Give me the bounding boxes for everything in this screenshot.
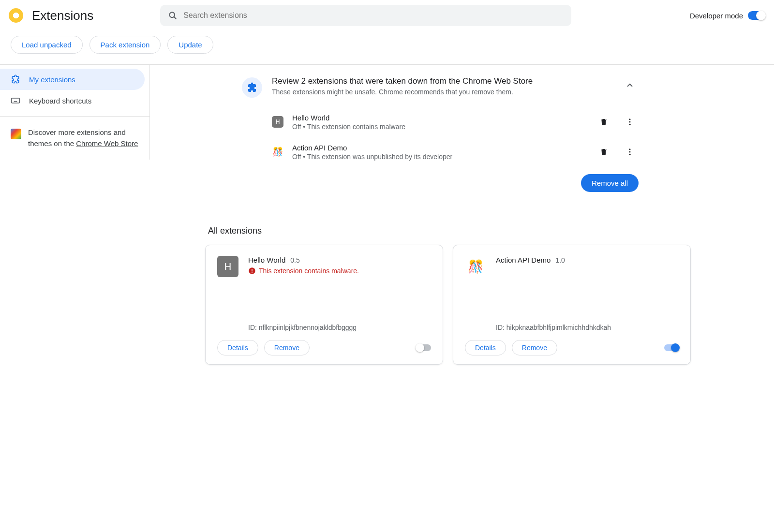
extension-card-icon: 🎊 bbox=[465, 256, 486, 277]
extension-card-warning: This extension contains malware. bbox=[259, 267, 359, 275]
more-vert-icon bbox=[625, 148, 634, 156]
extension-card-id: ID: hikpknaabfbhlfjpimlkmichhdhkdkah bbox=[465, 304, 679, 331]
svg-point-13 bbox=[629, 154, 631, 155]
more-menu-button[interactable] bbox=[621, 113, 639, 131]
extension-card-icon: H bbox=[217, 256, 238, 277]
remove-all-button[interactable]: Remove all bbox=[581, 174, 639, 192]
extension-card-name: Hello World bbox=[248, 256, 285, 264]
svg-rect-16 bbox=[252, 272, 252, 273]
error-icon bbox=[248, 267, 256, 275]
svg-rect-2 bbox=[12, 98, 20, 103]
extension-card-id: ID: nflknpiinlpjkfbnennojakldbfbgggg bbox=[217, 304, 431, 331]
pack-extension-button[interactable]: Pack extension bbox=[89, 36, 161, 54]
sidebar-item-label: My extensions bbox=[29, 75, 75, 84]
review-item-name: Action API Demo bbox=[292, 144, 586, 152]
page-title: Extensions bbox=[32, 8, 93, 23]
details-button[interactable]: Details bbox=[217, 340, 258, 355]
review-item-status: Off • This extension was unpublished by … bbox=[292, 153, 586, 161]
sidebar-item-label: Keyboard shortcuts bbox=[29, 97, 91, 105]
svg-point-12 bbox=[629, 151, 631, 153]
review-panel-icon-badge bbox=[242, 77, 262, 98]
extension-card: H Hello World 0.5 This extension contain… bbox=[205, 245, 443, 365]
more-vert-icon bbox=[625, 118, 634, 126]
all-extensions-heading: All extensions bbox=[169, 226, 711, 236]
search-icon bbox=[168, 11, 178, 20]
svg-point-9 bbox=[629, 121, 631, 123]
svg-point-8 bbox=[629, 118, 631, 120]
keyboard-icon bbox=[11, 96, 20, 105]
delete-button[interactable] bbox=[595, 143, 612, 161]
puzzle-icon bbox=[246, 82, 258, 93]
review-list-item: H Hello World Off • This extension conta… bbox=[272, 110, 639, 140]
review-item-status: Off • This extension contains malware bbox=[292, 123, 586, 131]
extension-card-name: Action API Demo bbox=[496, 256, 551, 264]
extension-enable-toggle[interactable] bbox=[664, 344, 679, 351]
extension-icon-actionapidemo: 🎊 bbox=[272, 146, 283, 158]
sidebar-item-keyboard-shortcuts[interactable]: Keyboard shortcuts bbox=[0, 90, 145, 111]
remove-button[interactable]: Remove bbox=[512, 340, 557, 355]
search-input[interactable] bbox=[183, 11, 564, 20]
chrome-web-store-link[interactable]: Chrome Web Store bbox=[76, 139, 138, 148]
svg-point-11 bbox=[629, 148, 631, 150]
more-menu-button[interactable] bbox=[621, 143, 639, 161]
extension-card-version: 0.5 bbox=[290, 256, 299, 264]
search-field-wrap[interactable] bbox=[160, 5, 571, 26]
remove-button[interactable]: Remove bbox=[264, 340, 310, 355]
review-list-item: 🎊 Action API Demo Off • This extension w… bbox=[272, 140, 639, 170]
review-panel-subtitle: These extensions might be unsafe. Chrome… bbox=[272, 88, 611, 96]
svg-rect-15 bbox=[252, 269, 252, 271]
delete-button[interactable] bbox=[595, 113, 612, 131]
chrome-extensions-logo bbox=[9, 8, 23, 23]
svg-point-10 bbox=[629, 124, 631, 125]
extension-card-version: 1.0 bbox=[555, 256, 565, 264]
chevron-up-icon bbox=[625, 81, 634, 89]
developer-mode-toggle[interactable] bbox=[748, 11, 765, 20]
chrome-web-store-icon bbox=[11, 129, 21, 139]
extension-enable-toggle[interactable] bbox=[417, 344, 431, 351]
details-button[interactable]: Details bbox=[465, 340, 506, 355]
review-panel-collapse-button[interactable] bbox=[621, 76, 639, 94]
update-button[interactable]: Update bbox=[167, 36, 213, 54]
extension-icon-helloworld: H bbox=[272, 116, 283, 128]
discover-text: Discover more extensions and themes on t… bbox=[28, 127, 139, 149]
extension-icon bbox=[11, 74, 20, 84]
extension-card: 🎊 Action API Demo 1.0 ID: hikpknaabfbhlf… bbox=[453, 245, 691, 365]
trash-icon bbox=[599, 118, 608, 126]
developer-mode-label: Developer mode bbox=[690, 12, 743, 20]
review-panel-title: Review 2 extensions that were taken down… bbox=[272, 76, 611, 86]
review-item-name: Hello World bbox=[292, 114, 586, 122]
sidebar-item-my-extensions[interactable]: My extensions bbox=[0, 69, 145, 90]
svg-line-1 bbox=[174, 17, 176, 19]
load-unpacked-button[interactable]: Load unpacked bbox=[11, 36, 83, 54]
trash-icon bbox=[599, 148, 608, 156]
